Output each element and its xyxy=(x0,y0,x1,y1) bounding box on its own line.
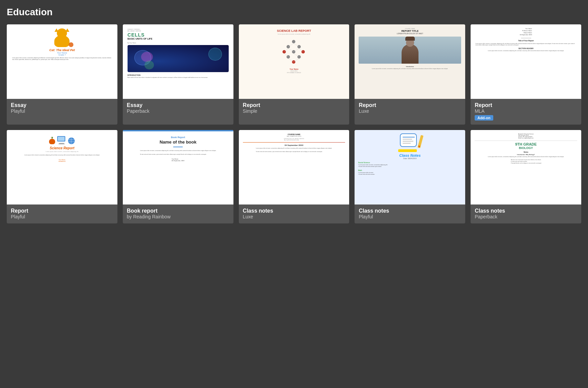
card-subtype-8: Luxe xyxy=(243,214,345,219)
template-grid: Cat: The Ideal Pet Your NameGrade 7 Lore… xyxy=(7,24,581,223)
prev-cnl-date: 04 September 20XX xyxy=(285,144,303,146)
svg-line-0 xyxy=(288,43,294,47)
prev-br-author: Your Name4th September, 20XX xyxy=(172,158,184,161)
card-type-5: Report xyxy=(475,102,577,108)
svg-line-4 xyxy=(294,48,299,52)
svg-line-1 xyxy=(294,43,299,47)
prev-rs-title: SCIENCE LAB REPORT xyxy=(277,29,311,33)
card-subtype-4: Luxe xyxy=(359,108,461,114)
prev-rplay-sub: Lorem ipsum dolor sit amet, consectetur … xyxy=(46,151,78,152)
card-label-report-mla: Report MLA Add-on xyxy=(471,99,581,125)
prev-cnp-icons xyxy=(398,133,422,152)
prev-rs-diagram xyxy=(277,38,311,65)
prev-pb-byname: By Your Name xyxy=(128,42,136,44)
card-label-essay-playful: Essay Playful xyxy=(7,99,117,118)
card-type-4: Report xyxy=(359,102,461,108)
prev-rplay-title: Science Report xyxy=(50,146,74,150)
card-class-notes-paperback[interactable]: Brookside School for ScienceFall Semeste… xyxy=(471,130,581,223)
prev-rl-title: REPORT TITLE xyxy=(402,30,419,32)
card-label-class-notes-paperback: Class notes Paperback xyxy=(471,204,581,223)
card-type-8: Class notes xyxy=(243,208,345,214)
card-label-class-notes-luxe: Class notes Luxe xyxy=(239,204,349,223)
prev-mla-title: Title of Your Report xyxy=(518,40,534,42)
card-subtype-6: Playful xyxy=(11,214,113,219)
preview-class-notes-luxe: COURSE NAME FALL SEMESTER 20XX INSTRUCTO… xyxy=(239,130,349,204)
card-subtype-2: Paperback xyxy=(127,108,229,114)
prev-rl-subtitle: LOREM IPSUM DOLOR SIT AMET xyxy=(397,33,423,35)
prev-rplay-icons xyxy=(49,136,75,144)
prev-pb-body: Nunc autem vel eum iriure dolor in hendr… xyxy=(128,77,208,79)
card-subtype-7: by Reading Rainbow xyxy=(127,214,229,219)
prev-cnl-body: Lorem ipsum dolor sit amet, consectetur … xyxy=(256,148,332,153)
card-report-playful[interactable]: Science Report Lorem ipsum dolor sit ame… xyxy=(7,130,117,223)
prev-cnpb-line xyxy=(475,141,577,141)
prev-cnpb-notes: Notes xyxy=(524,151,528,153)
prev-cnpb-grade: BIOLOGY xyxy=(519,146,533,150)
prev-rs-sub: Lorem ipsum dolor sit amet, consectetur … xyxy=(278,33,310,35)
prev-cnpb-body: Lorem ipsum dolor sit amet, consectetur … xyxy=(488,156,564,158)
prev-mla-intro: Lorem ipsum dolor sit amet, consectetur … xyxy=(475,43,576,46)
prev-rplay-body: Lorem ipsum dolor sit amet consectetur a… xyxy=(23,154,101,156)
card-type-6: Report xyxy=(11,208,113,214)
card-type-2: Essay xyxy=(127,102,229,108)
preview-book-report: Book Report Name of the book Lorem ipsum… xyxy=(123,130,233,204)
prev-mla-body: Lorem ipsum dolor sit amet, consectetur … xyxy=(488,50,564,52)
card-label-book-report: Book report by Reading Rainbow xyxy=(123,204,233,223)
preview-report-mla: Your NameProfessor NameSubject Name04 Se… xyxy=(471,24,581,99)
svg-line-7 xyxy=(294,53,299,57)
card-book-report[interactable]: Book Report Name of the book Lorem ipsum… xyxy=(123,130,233,223)
card-class-notes-playful[interactable]: Class Notes Date: 09/04/20XX Social Scie… xyxy=(355,130,465,223)
preview-essay-paperback: SUBJECT: PERIOD IMS. WENDY WRITER CELLS … xyxy=(123,24,233,99)
prev-cnp-title: Class Notes xyxy=(399,153,421,157)
addon-badge[interactable]: Add-on xyxy=(475,115,493,121)
svg-line-3 xyxy=(288,48,294,52)
prev-cnl-semester: FALL SEMESTER 20XX xyxy=(287,135,301,137)
prev-br-body: Lorem ipsum dolor sit amet, consectetur … xyxy=(140,150,216,155)
prev-br-title: Name of the book xyxy=(160,139,197,145)
prev-pb-subject-line: SUBJECT: PERIOD IMS. WENDY WRITER xyxy=(128,28,141,32)
card-report-simple[interactable]: SCIENCE LAB REPORT Lorem ipsum dolor sit… xyxy=(239,24,349,125)
card-subtype-10: Paperback xyxy=(475,214,577,219)
card-type-10: Class notes xyxy=(475,208,577,214)
prev-cnl-instructor: INSTRUCTOR: DR. WENDY WRITERTA_IT@PROFES… xyxy=(284,138,304,141)
card-essay-paperback[interactable]: SUBJECT: PERIOD IMS. WENDY WRITER CELLS … xyxy=(123,24,233,125)
prev-cnpb-school: Brookside School for ScienceFall Semeste… xyxy=(518,133,534,139)
card-report-mla[interactable]: Your NameProfessor NameSubject Name04 Se… xyxy=(471,24,581,125)
prev-br-divider xyxy=(173,147,183,147)
prev-pb-intro: INTRODUCTION xyxy=(128,74,140,76)
card-report-luxe[interactable]: COURSE NAME REPORT TITLE LOREM IPSUM DOL… xyxy=(355,24,465,125)
card-subtype: Playful xyxy=(11,108,113,114)
card-class-notes-luxe[interactable]: COURSE NAME FALL SEMESTER 20XX INSTRUCTO… xyxy=(239,130,349,223)
preview-report-playful: Science Report Lorem ipsum dolor sit ame… xyxy=(7,130,117,204)
svg-line-6 xyxy=(284,53,288,57)
prev-cnp-section: Social Science xyxy=(358,161,370,164)
prev-rl-intro: Introduction xyxy=(406,66,414,67)
prev-pb-cell-img xyxy=(128,45,229,72)
card-subtype-3: Simple xyxy=(243,108,345,114)
prev-rs-info: 09.04.20XX9TH GRADE SCIENCE xyxy=(287,70,301,73)
prev-mla-meta: Your NameProfessor NameSubject Name04 Se… xyxy=(520,28,532,36)
prev-cnpb-title: 9TH GRADE xyxy=(515,142,537,146)
prev-rl-body: Lorem ipsum dolor sit amet, consectetur … xyxy=(372,68,448,70)
page-title: Education xyxy=(7,7,581,18)
card-type-7: Book report xyxy=(127,208,229,214)
prev-ep-main-title: Cat: The Ideal Pet xyxy=(49,48,75,52)
card-subtype-9: Playful xyxy=(359,214,461,219)
svg-line-5 xyxy=(299,48,303,52)
card-type-3: Report xyxy=(243,102,345,108)
prev-br-type: Book Report xyxy=(171,136,185,138)
preview-report-luxe: COURSE NAME REPORT TITLE LOREM IPSUM DOL… xyxy=(355,24,465,99)
prev-pb-cells: CELLS xyxy=(128,32,145,38)
prev-rl-course: COURSE NAME xyxy=(405,28,415,29)
card-type: Essay xyxy=(11,102,113,108)
card-label-report-simple: Report Simple xyxy=(239,99,349,118)
card-label-class-notes-playful: Class notes Playful xyxy=(355,204,465,223)
prev-cnl-divider xyxy=(243,142,345,143)
svg-line-2 xyxy=(284,48,288,52)
preview-class-notes-paperback: Brookside School for ScienceFall Semeste… xyxy=(471,130,581,204)
preview-report-simple: SCIENCE LAB REPORT Lorem ipsum dolor sit… xyxy=(239,24,349,99)
card-subtype-5: MLA xyxy=(475,108,577,114)
card-label-report-playful: Report Playful xyxy=(7,204,117,223)
card-essay-playful[interactable]: Cat: The Ideal Pet Your NameGrade 7 Lore… xyxy=(7,24,117,125)
preview-class-notes-playful: Class Notes Date: 09/04/20XX Social Scie… xyxy=(355,130,465,204)
